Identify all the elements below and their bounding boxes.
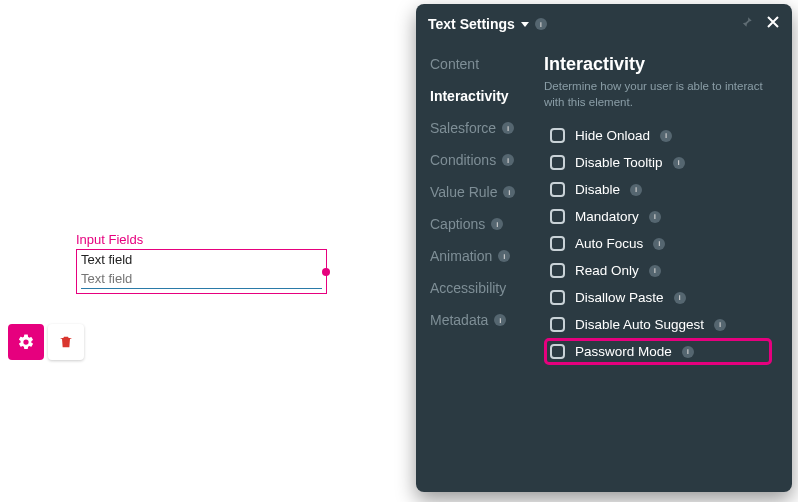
settings-button[interactable] xyxy=(8,324,44,360)
pin-icon xyxy=(740,15,754,29)
option-label: Disallow Paste xyxy=(575,290,664,305)
info-icon[interactable]: i xyxy=(714,319,726,331)
panel-header: Text Settings i xyxy=(416,4,792,44)
panel-sidebar: Content Interactivity Salesforcei Condit… xyxy=(416,44,544,492)
canvas-selection-box[interactable]: Text field xyxy=(76,249,327,294)
sidebar-label: Metadata xyxy=(430,312,488,328)
trash-icon xyxy=(58,334,74,350)
close-button[interactable] xyxy=(766,15,780,33)
option-read-only[interactable]: Read Only i xyxy=(544,257,772,284)
checkbox[interactable] xyxy=(550,182,565,197)
delete-button[interactable] xyxy=(48,324,84,360)
info-icon[interactable]: i xyxy=(502,154,514,166)
gear-icon xyxy=(17,333,35,351)
option-label: Password Mode xyxy=(575,344,672,359)
resize-handle-right[interactable] xyxy=(322,268,330,276)
option-disable-auto-suggest[interactable]: Disable Auto Suggest i xyxy=(544,311,772,338)
sidebar-item-salesforce[interactable]: Salesforcei xyxy=(430,120,544,136)
field-title: Text field xyxy=(77,250,326,269)
info-icon[interactable]: i xyxy=(491,218,503,230)
sidebar-item-captions[interactable]: Captionsi xyxy=(430,216,544,232)
close-icon xyxy=(766,15,780,29)
panel-title: Text Settings xyxy=(428,16,515,32)
info-icon[interactable]: i xyxy=(503,186,515,198)
checkbox[interactable] xyxy=(550,290,565,305)
checkbox[interactable] xyxy=(550,155,565,170)
info-icon[interactable]: i xyxy=(674,292,686,304)
info-icon[interactable]: i xyxy=(630,184,642,196)
option-disallow-paste[interactable]: Disallow Paste i xyxy=(544,284,772,311)
option-password-mode[interactable]: Password Mode i xyxy=(544,338,772,365)
info-icon[interactable]: i xyxy=(660,130,672,142)
pin-button[interactable] xyxy=(740,15,754,33)
checkbox[interactable] xyxy=(550,209,565,224)
option-label: Disable Tooltip xyxy=(575,155,663,170)
panel-content: Interactivity Determine how your user is… xyxy=(544,44,792,492)
sidebar-item-content[interactable]: Content xyxy=(430,56,544,72)
checkbox[interactable] xyxy=(550,263,565,278)
info-icon[interactable]: i xyxy=(673,157,685,169)
checkbox[interactable] xyxy=(550,128,565,143)
info-icon[interactable]: i xyxy=(498,250,510,262)
sidebar-item-conditions[interactable]: Conditionsi xyxy=(430,152,544,168)
option-disable-tooltip[interactable]: Disable Tooltip i xyxy=(544,149,772,176)
text-field-input[interactable] xyxy=(81,269,322,289)
sidebar-item-value-rule[interactable]: Value Rulei xyxy=(430,184,544,200)
settings-panel: Text Settings i Content Interactivity Sa… xyxy=(416,4,792,492)
sidebar-label: Value Rule xyxy=(430,184,497,200)
checkbox[interactable] xyxy=(550,236,565,251)
option-label: Read Only xyxy=(575,263,639,278)
sidebar-label: Salesforce xyxy=(430,120,496,136)
sidebar-label: Accessibility xyxy=(430,280,506,296)
sidebar-label: Interactivity xyxy=(430,88,509,104)
info-icon[interactable]: i xyxy=(649,211,661,223)
sidebar-item-animation[interactable]: Animationi xyxy=(430,248,544,264)
sidebar-item-interactivity[interactable]: Interactivity xyxy=(430,88,544,104)
sidebar-label: Content xyxy=(430,56,479,72)
option-hide-onload[interactable]: Hide Onload i xyxy=(544,122,772,149)
chevron-down-icon xyxy=(521,22,529,27)
group-label: Input Fields xyxy=(76,232,327,247)
panel-title-dropdown[interactable]: Text Settings i xyxy=(428,16,547,32)
option-mandatory[interactable]: Mandatory i xyxy=(544,203,772,230)
info-icon[interactable]: i xyxy=(653,238,665,250)
option-disable[interactable]: Disable i xyxy=(544,176,772,203)
option-label: Mandatory xyxy=(575,209,639,224)
checkbox[interactable] xyxy=(550,344,565,359)
sidebar-item-accessibility[interactable]: Accessibility xyxy=(430,280,544,296)
info-icon[interactable]: i xyxy=(649,265,661,277)
option-label: Disable xyxy=(575,182,620,197)
info-icon[interactable]: i xyxy=(494,314,506,326)
canvas-input-group[interactable]: Input Fields Text field xyxy=(76,232,327,294)
info-icon[interactable]: i xyxy=(535,18,547,30)
info-icon[interactable]: i xyxy=(682,346,694,358)
info-icon[interactable]: i xyxy=(502,122,514,134)
sidebar-label: Conditions xyxy=(430,152,496,168)
sidebar-item-metadata[interactable]: Metadatai xyxy=(430,312,544,328)
section-description: Determine how your user is able to inter… xyxy=(544,79,772,110)
option-label: Hide Onload xyxy=(575,128,650,143)
checkbox[interactable] xyxy=(550,317,565,332)
sidebar-label: Animation xyxy=(430,248,492,264)
sidebar-label: Captions xyxy=(430,216,485,232)
option-label: Disable Auto Suggest xyxy=(575,317,704,332)
section-title: Interactivity xyxy=(544,54,772,75)
option-auto-focus[interactable]: Auto Focus i xyxy=(544,230,772,257)
option-label: Auto Focus xyxy=(575,236,643,251)
